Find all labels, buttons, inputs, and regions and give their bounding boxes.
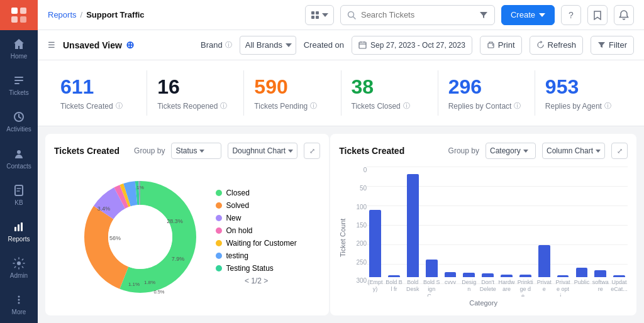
legend-item-onhold: On hold: [216, 226, 296, 235]
hamburger-icon[interactable]: ☰: [48, 40, 55, 50]
refresh-label: Refresh: [548, 40, 577, 50]
breadcrumb-separator: /: [80, 10, 83, 19]
stat-value-replies-agent: 953: [545, 75, 621, 99]
donut-container: 56% 28.3% 7.9% 1.8% 1.1% 3.4% 1% 0.5%: [54, 167, 320, 307]
donut-chart-type-select[interactable]: Doughnut Chart: [228, 143, 297, 159]
legend-item-solved: Solved: [216, 201, 296, 210]
sidebar-label-reports: Reports: [8, 236, 30, 243]
donut-chart-panel: Tickets Created Group by Status Doughnut…: [45, 134, 329, 315]
sidebar-item-home[interactable]: Home: [0, 30, 38, 67]
legend-dot-testing-status: [216, 265, 222, 271]
svg-point-14: [18, 296, 20, 298]
stat-tickets-closed: 38 Tickets Closed ⓘ: [341, 70, 438, 116]
legend-dot-waiting: [216, 240, 222, 246]
svg-rect-20: [316, 16, 319, 19]
print-button[interactable]: Print: [480, 36, 522, 55]
bar-group: Hardware: [498, 167, 515, 297]
stats-bar: 611 Tickets Created ⓘ 16 Tickets Reopene…: [38, 60, 644, 126]
bar-rect: [501, 275, 513, 277]
search-input[interactable]: [361, 10, 474, 19]
brand-info-icon: ⓘ: [225, 40, 232, 50]
bar-rect: [576, 268, 588, 277]
donut-legend: Closed Solved New: [216, 189, 296, 273]
notification-icon[interactable]: [614, 5, 634, 25]
bar-group: Private opti...: [555, 167, 572, 297]
sidebar-item-reports[interactable]: Reports: [0, 213, 38, 249]
bar-area: (Empty)Bold Bl frBold DeskBold Sign C...…: [367, 167, 628, 297]
svg-point-8: [17, 150, 21, 154]
brand-select[interactable]: All Brands: [240, 36, 296, 55]
stat-tickets-reopened: 16 Tickets Reopened ⓘ: [147, 70, 244, 116]
refresh-button[interactable]: Refresh: [530, 36, 584, 55]
sidebar-item-admin[interactable]: Admin: [0, 250, 38, 287]
donut-chart-title: Tickets Created: [54, 146, 128, 156]
x-axis-title: Category: [339, 299, 628, 307]
svg-rect-23: [359, 42, 366, 48]
filter-icon[interactable]: [479, 11, 488, 19]
svg-rect-3: [20, 16, 26, 23]
svg-line-22: [353, 16, 355, 19]
y-label-300: 300: [347, 277, 367, 284]
svg-rect-1: [20, 8, 26, 14]
stat-info-pending: ⓘ: [310, 101, 317, 111]
svg-text:7.9%: 7.9%: [172, 256, 185, 262]
legend-item-testing-status: Testing Status: [216, 264, 296, 273]
bar-x-label: Private: [536, 279, 553, 297]
svg-text:1.8%: 1.8%: [144, 280, 155, 285]
bar-x-label: Prinktige de...: [517, 279, 534, 297]
filter-button[interactable]: Filter: [591, 36, 634, 55]
bar-rect: [445, 272, 457, 277]
bookmark-icon[interactable]: [587, 5, 608, 25]
breadcrumb-current: Support Traffic: [86, 10, 144, 19]
sidebar-label-admin: Admin: [10, 272, 28, 279]
stat-info-replies-contact: ⓘ: [514, 101, 521, 111]
sidebar-item-activities[interactable]: Activities: [0, 104, 38, 140]
bar-chart-type-select[interactable]: Column Chart: [542, 143, 605, 159]
bar-expand-button[interactable]: ⤢: [611, 143, 628, 159]
bar-rect: [482, 273, 494, 277]
svg-text:1%: 1%: [137, 185, 145, 190]
app-logo[interactable]: [0, 0, 38, 30]
bar-x-label: Private opti...: [555, 279, 572, 297]
legend-label-new: New: [226, 214, 241, 222]
bar-chart-title: Tickets Created: [339, 146, 441, 156]
sidebar-label-more: More: [12, 309, 26, 315]
legend-pagination[interactable]: < 1/2 >: [216, 276, 296, 285]
date-range-text: Sep 27, 2023 - Oct 27, 2023: [370, 41, 465, 50]
legend-dot-solved: [216, 202, 222, 209]
legend-label-testing: testing: [226, 251, 248, 260]
stat-label-replies-contact: Replies by Contact ⓘ: [448, 101, 525, 111]
view-switch-icon[interactable]: [305, 5, 334, 25]
breadcrumb-parent[interactable]: Reports: [48, 10, 77, 19]
legend-item-new: New: [216, 214, 296, 222]
create-button[interactable]: Create: [501, 5, 555, 25]
sidebar-item-more[interactable]: More: [0, 287, 38, 323]
toolbar: ☰ Unsaved View ⊕ Brand ⓘ All Brands Crea…: [38, 30, 644, 60]
bar-x-label: (Empty): [367, 279, 384, 297]
bar-x-label: Bold Desk: [404, 279, 421, 297]
bar-group: (Empty): [367, 167, 384, 297]
sidebar-label-home: Home: [11, 53, 28, 60]
sidebar-item-contacts[interactable]: Contacts: [0, 140, 38, 177]
sidebar-item-kb[interactable]: KB: [0, 177, 38, 213]
donut-expand-button[interactable]: ⤢: [304, 143, 320, 159]
bar-group-by-select[interactable]: Category: [486, 143, 536, 159]
search-box[interactable]: [340, 5, 495, 25]
brand-label: Brand ⓘ: [201, 40, 232, 50]
legend-page[interactable]: < 1/2 >: [245, 276, 268, 285]
donut-group-by-label: Group by: [134, 146, 165, 155]
stat-info-closed: ⓘ: [403, 101, 410, 111]
bar-group: Bold Bl fr: [386, 167, 402, 297]
svg-rect-4: [14, 77, 23, 78]
sidebar-item-tickets[interactable]: Tickets: [0, 67, 38, 104]
bar-group: Design: [460, 167, 477, 297]
stat-label-reopened: Tickets Reopened ⓘ: [157, 101, 233, 111]
donut-group-by-select[interactable]: Status: [171, 143, 221, 159]
help-icon[interactable]: ?: [561, 5, 581, 25]
refresh-icon: [536, 41, 545, 49]
date-range-picker[interactable]: Sep 27, 2023 - Oct 27, 2023: [352, 36, 472, 55]
svg-text:28.3%: 28.3%: [167, 218, 184, 224]
add-view-icon[interactable]: ⊕: [126, 39, 134, 51]
bar-x-label: UpdateCat...: [611, 279, 628, 297]
svg-rect-6: [14, 83, 19, 84]
